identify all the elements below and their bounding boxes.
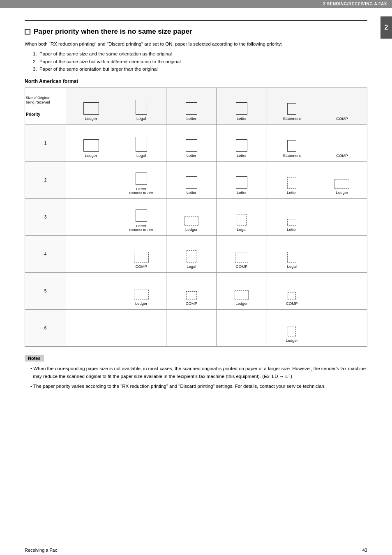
priority-2: 2 xyxy=(25,162,66,199)
row1-legal-icon xyxy=(136,137,147,152)
priority-5: 5 xyxy=(25,273,66,310)
table-row: 2 Letter Reduced to 75% Letter xyxy=(25,162,367,199)
row6-empty3 xyxy=(166,310,217,347)
row2-statement: Letter xyxy=(267,162,317,199)
row1-statement-icon xyxy=(287,140,296,152)
row4-comp: COMP xyxy=(116,236,166,273)
chapter-number: 2 xyxy=(385,24,388,31)
row5-comp-dashed-icon2 xyxy=(288,292,296,299)
header-col-comp: COMP xyxy=(317,88,367,125)
table-row: 6 Ledger xyxy=(25,310,367,347)
priority-1: 1 xyxy=(25,125,66,162)
priority-6: 6 xyxy=(25,310,66,347)
row5-ledger2: Ledger xyxy=(217,273,267,310)
row3-letter1: Ledger xyxy=(166,199,217,236)
priority-4: 4 xyxy=(25,236,66,273)
header-letter2-label: Letter xyxy=(237,116,247,121)
row3-letter2: Legal xyxy=(217,199,267,236)
row2-letter-reduced-icon xyxy=(136,173,147,185)
row1-letter1-icon xyxy=(186,139,197,152)
top-bar-label: 2 SENDING/RECEIVING A FAX xyxy=(323,2,387,6)
header-col-letter1: Letter xyxy=(166,88,217,125)
header-legal-label: Legal xyxy=(136,116,146,121)
row5-comp-dashed-icon1 xyxy=(186,291,197,299)
header-diagonal-cell: Size of Originalbeing Received Priority xyxy=(25,88,66,125)
row6-ledger-dashed-icon xyxy=(288,327,296,336)
row2-empty xyxy=(66,162,116,199)
footer-right: 43 xyxy=(362,548,367,553)
row5-comp2: COMP xyxy=(267,273,317,310)
list-item-3: 3. Paper of the same orientation but lar… xyxy=(33,65,367,73)
top-bar: 2 SENDING/RECEIVING A FAX xyxy=(0,0,392,8)
header-legal-icon xyxy=(136,100,147,115)
header-letter1-icon xyxy=(186,102,197,115)
row1-legal: Legal xyxy=(116,125,166,162)
note-item-1: When the corresponding paper size is not… xyxy=(30,365,367,380)
row1-letter1: Letter xyxy=(166,125,217,162)
table-row: 3 Letter Reduced to 75% Ledger xyxy=(25,199,367,236)
row2-letter2-icon xyxy=(236,176,247,189)
header-col-letter2: Letter xyxy=(217,88,267,125)
row1-statement: Statement xyxy=(267,125,317,162)
header-col-legal: Legal xyxy=(116,88,166,125)
list-item-2: 2. Paper of the same size but with a dif… xyxy=(33,58,367,65)
header-statement-label: Statement xyxy=(283,116,301,121)
row1-ledger-icon xyxy=(83,139,99,152)
list-item-1: 1. Paper of the same size and the same o… xyxy=(33,50,367,58)
subsection-title: North American format xyxy=(25,78,367,84)
row6-empty4 xyxy=(217,310,267,347)
row4-comp-dashed-icon2 xyxy=(235,253,248,263)
header-col-ledger: Ledger xyxy=(66,88,116,125)
row1-comp: COMP xyxy=(317,125,367,162)
priority-3: 3 xyxy=(25,199,66,236)
row5-comp-empty xyxy=(317,273,367,310)
row3-legal-dashed-icon xyxy=(237,214,247,226)
row4-comp-dashed-icon xyxy=(134,252,149,263)
row3-legal: Letter Reduced to 75% xyxy=(116,199,166,236)
row2-comp: Ledger xyxy=(317,162,367,199)
row3-letter-reduced-icon xyxy=(136,210,147,222)
header-letter2-icon xyxy=(236,102,247,115)
footer-left: Receiving a Fax xyxy=(25,548,57,553)
row1-letter2-icon xyxy=(236,139,247,152)
row5-empty xyxy=(66,273,116,310)
row4-empty xyxy=(66,236,116,273)
row1-letter2: Letter xyxy=(217,125,267,162)
row4-comp2: COMP xyxy=(217,236,267,273)
row2-letter1-icon xyxy=(186,176,197,189)
footer: Receiving a Fax 43 xyxy=(0,545,392,555)
table-row: 5 Ledger COMP Le xyxy=(25,273,367,310)
row3-ledger-dashed-icon xyxy=(184,216,198,226)
header-priority-label: Priority xyxy=(26,112,40,117)
list-items: 1. Paper of the same size and the same o… xyxy=(25,50,367,73)
row3-statement: Letter xyxy=(267,199,317,236)
row6-ledger: Ledger xyxy=(267,310,317,347)
header-comp-label: COMP xyxy=(336,116,348,121)
checkbox-icon xyxy=(25,29,30,35)
row3-comp-empty xyxy=(317,199,367,236)
row5-comp1: COMP xyxy=(166,273,217,310)
row5-ledger-dashed-icon xyxy=(134,290,149,299)
row3-empty xyxy=(66,199,116,236)
row2-letter2: Letter xyxy=(217,162,267,199)
row4-legal1: Legal xyxy=(166,236,217,273)
row1-ledger: Ledger xyxy=(66,125,116,162)
row4-legal2: Legal xyxy=(267,236,317,273)
header-statement-icon xyxy=(287,103,296,115)
row5-ledger-dashed-icon2 xyxy=(235,290,249,299)
chapter-tab: 2 xyxy=(380,16,392,39)
row4-comp-empty xyxy=(317,236,367,273)
note-item-2: The paper priority varies according to t… xyxy=(30,382,367,390)
header-letter1-label: Letter xyxy=(187,116,196,121)
row5-ledger: Ledger xyxy=(116,273,166,310)
header-ledger-label: Ledger xyxy=(85,116,97,121)
row6-empty5 xyxy=(317,310,367,347)
row2-ledger-dashed-icon xyxy=(334,180,349,189)
header-ledger-icon xyxy=(83,102,99,115)
row3-letter-dashed-icon xyxy=(287,219,296,226)
header-size-label: Size of Originalbeing Received xyxy=(26,96,50,104)
row2-letter1: Letter xyxy=(166,162,217,199)
table-row: 1 Ledger Legal Letter xyxy=(25,125,367,162)
priority-table: Size of Originalbeing Received Priority … xyxy=(25,88,367,347)
row2-legal: Letter Reduced to 75% xyxy=(116,162,166,199)
